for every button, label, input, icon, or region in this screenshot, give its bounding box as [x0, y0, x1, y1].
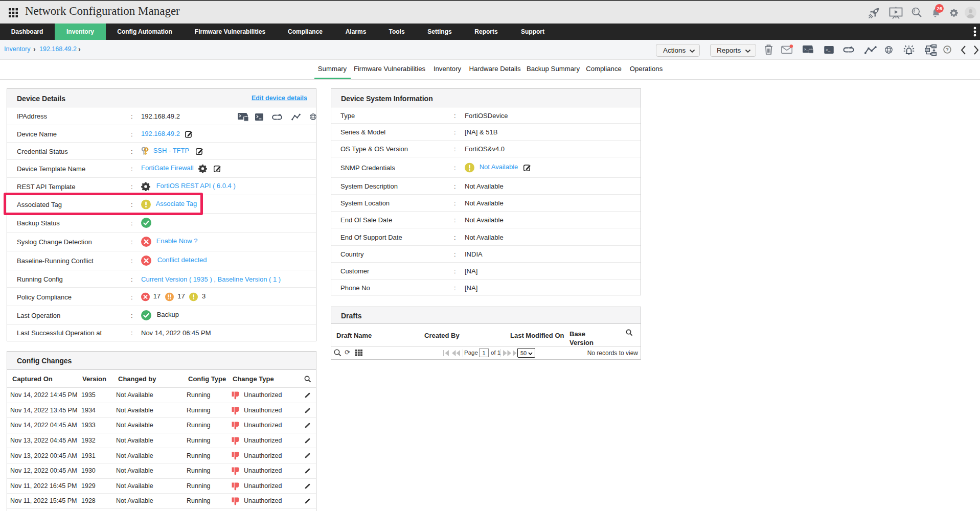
svg-text:?: ?	[946, 47, 949, 52]
svg-text:>_: >_	[826, 48, 831, 52]
svg-text:26: 26	[937, 6, 942, 11]
svg-text:>_: >_	[804, 48, 809, 52]
